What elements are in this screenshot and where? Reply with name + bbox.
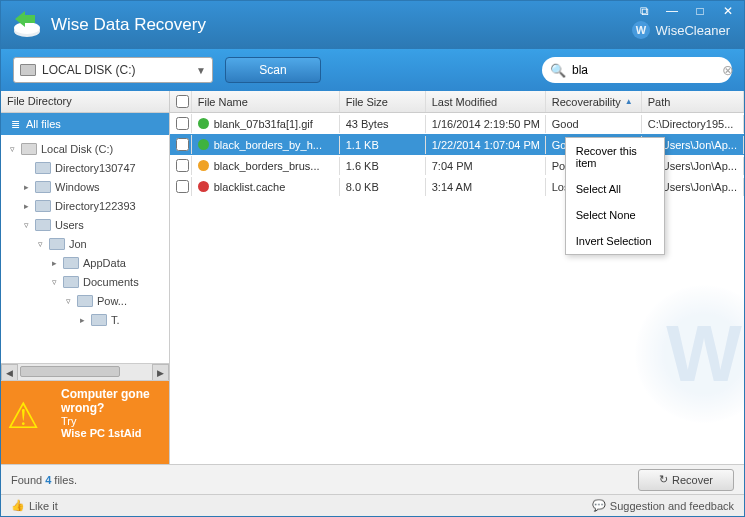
expand-icon[interactable]: ▿ (63, 296, 73, 306)
file-name: blank_07b31fa[1].gif (214, 118, 313, 130)
tree-node[interactable]: ▿Jon (1, 234, 169, 253)
tree-node-label: Windows (55, 181, 100, 193)
file-modified: 1/16/2014 2:19:50 PM (426, 115, 546, 133)
scroll-thumb[interactable] (20, 366, 120, 377)
row-checkbox[interactable] (176, 117, 189, 130)
row-checkbox[interactable] (176, 180, 189, 193)
context-menu-item[interactable]: Recover this item (566, 138, 664, 176)
directory-tree: ▿Local Disk (C:)Directory130747▸Windows▸… (1, 135, 169, 363)
col-modified[interactable]: Last Modified (426, 91, 546, 112)
promo-panel[interactable]: ⚠ Computer gone wrong? Try Wise PC 1stAi… (1, 380, 169, 464)
thumbs-up-icon[interactable]: 👍 (11, 499, 25, 512)
scroll-left-icon[interactable]: ◀ (1, 364, 18, 381)
table-row[interactable]: blank_07b31fa[1].gif43 Bytes1/16/2014 2:… (170, 113, 744, 134)
select-all-checkbox[interactable] (176, 95, 189, 108)
col-size[interactable]: File Size (340, 91, 426, 112)
tree-node[interactable]: ▸Windows (1, 177, 169, 196)
drive-select-label: LOCAL DISK (C:) (42, 63, 136, 77)
tree-node[interactable]: ▿Users (1, 215, 169, 234)
tree-node[interactable]: ▿Pow... (1, 291, 169, 310)
tree-node[interactable]: ▸Directory122393 (1, 196, 169, 215)
context-menu: Recover this itemSelect AllSelect NoneIn… (565, 137, 665, 255)
expand-icon[interactable]: ▿ (49, 277, 59, 287)
context-menu-item[interactable]: Select None (566, 202, 664, 228)
suggestion-link[interactable]: 💬 Suggestion and feedback (592, 499, 734, 512)
col-path[interactable]: Path (642, 91, 744, 112)
bottom-bar: 👍 Like it 💬 Suggestion and feedback (1, 494, 744, 516)
list-header: File Name File Size Last Modified Recove… (170, 91, 744, 113)
found-post: files. (54, 474, 77, 486)
sidebar-all-files[interactable]: ≣ All files (1, 113, 169, 135)
tree-node[interactable]: ▸AppData (1, 253, 169, 272)
row-checkbox[interactable] (176, 138, 189, 151)
found-pre: Found (11, 474, 42, 486)
list-icon: ≣ (11, 118, 20, 131)
expand-icon[interactable]: ▸ (21, 182, 31, 192)
file-modified: 1/22/2014 1:07:04 PM (426, 136, 546, 154)
folder-icon (63, 276, 79, 288)
window-close-icon[interactable]: ✕ (718, 4, 738, 18)
like-it-link[interactable]: Like it (29, 500, 58, 512)
file-size: 1.6 KB (340, 157, 426, 175)
context-menu-item[interactable]: Invert Selection (566, 228, 664, 254)
tree-node[interactable]: ▸T. (1, 310, 169, 329)
file-size: 1.1 KB (340, 136, 426, 154)
tree-node[interactable]: ▿Documents (1, 272, 169, 291)
recover-button[interactable]: ↻ Recover (638, 469, 734, 491)
status-dot-icon (198, 181, 209, 192)
status-bar: Found 4 files. ↻ Recover (1, 464, 744, 494)
recover-icon: ↻ (659, 473, 668, 486)
window-controls: ⧉ — □ ✕ (634, 4, 738, 18)
app-title: Wise Data Recovery (51, 15, 206, 35)
app-logo-icon (11, 9, 43, 41)
scroll-track[interactable] (18, 364, 152, 380)
clear-search-icon[interactable]: ⊗ (722, 62, 734, 78)
expand-icon[interactable]: ▸ (21, 201, 31, 211)
tree-node[interactable]: ▿Local Disk (C:) (1, 139, 169, 158)
chat-icon: 💬 (592, 499, 606, 512)
status-dot-icon (198, 139, 209, 150)
suggestion-label: Suggestion and feedback (610, 500, 734, 512)
scan-button[interactable]: Scan (225, 57, 321, 83)
tree-node[interactable]: Directory130747 (1, 158, 169, 177)
file-modified: 3:14 AM (426, 178, 546, 196)
chevron-down-icon: ▼ (196, 65, 206, 76)
expand-icon[interactable]: ▿ (21, 220, 31, 230)
folder-icon (35, 181, 51, 193)
app-window: Wise Data Recovery ⧉ — □ ✕ W WiseCleaner… (0, 0, 745, 517)
search-box[interactable]: 🔍 ⊗ (542, 57, 732, 83)
file-size: 43 Bytes (340, 115, 426, 133)
status-dot-icon (198, 118, 209, 129)
toolbar: LOCAL DISK (C:) ▼ Scan 🔍 ⊗ (1, 49, 744, 91)
col-name[interactable]: File Name (192, 91, 340, 112)
expand-icon[interactable]: ▿ (7, 144, 17, 154)
expand-icon[interactable]: ▿ (35, 239, 45, 249)
promo-sub2: Wise PC 1stAid (61, 427, 163, 439)
promo-sub1: Try (61, 415, 163, 427)
folder-icon (91, 314, 107, 326)
window-minimize-icon[interactable]: — (662, 4, 682, 18)
drive-select[interactable]: LOCAL DISK (C:) ▼ (13, 57, 213, 83)
file-size: 8.0 KB (340, 178, 426, 196)
sidebar-header: File Directory (1, 91, 169, 113)
folder-icon (35, 219, 51, 231)
file-list-panel: File Name File Size Last Modified Recove… (170, 91, 744, 464)
tree-node-label: Users (55, 219, 84, 231)
row-checkbox[interactable] (176, 159, 189, 172)
window-popout-icon[interactable]: ⧉ (634, 4, 654, 18)
brand-area[interactable]: W WiseCleaner (632, 21, 730, 39)
window-maximize-icon[interactable]: □ (690, 4, 710, 18)
col-recoverability[interactable]: Recoverability▲ (546, 91, 642, 112)
tree-node-label: Jon (69, 238, 87, 250)
expand-icon[interactable]: ▸ (77, 315, 87, 325)
file-name: black_borders_by_h... (214, 139, 322, 151)
tree-node-label: Directory130747 (55, 162, 136, 174)
search-input[interactable] (572, 63, 722, 77)
sidebar-hscrollbar[interactable]: ◀ ▶ (1, 363, 169, 380)
col-checkbox[interactable] (170, 91, 192, 112)
expand-icon[interactable]: ▸ (49, 258, 59, 268)
tree-node-label: Documents (83, 276, 139, 288)
scroll-right-icon[interactable]: ▶ (152, 364, 169, 381)
context-menu-item[interactable]: Select All (566, 176, 664, 202)
file-name: blacklist.cache (214, 181, 286, 193)
